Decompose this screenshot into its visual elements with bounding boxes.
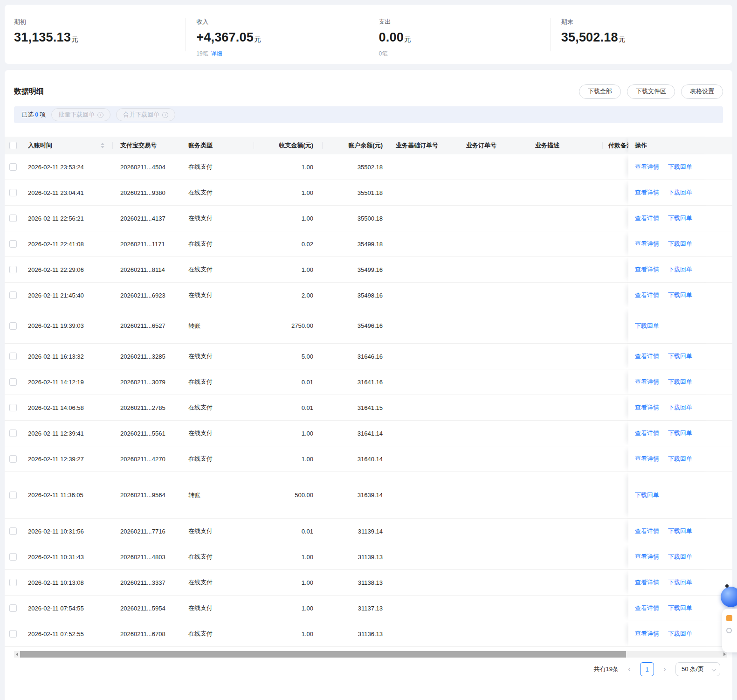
- table-row: 2026-02-11 22:41:0820260211...1171在线支付0.…: [5, 231, 732, 257]
- cell-actions: 下载回单: [628, 472, 714, 518]
- table-row: 2026-02-11 11:36:0520260211...9564转账500.…: [5, 472, 732, 519]
- hot-service-icon[interactable]: [726, 615, 732, 621]
- row-checkbox[interactable]: [9, 404, 17, 411]
- view-detail-link[interactable]: 查看详情: [635, 240, 659, 248]
- currency-unit: 元: [404, 35, 411, 43]
- closing-balance-value-row: 35,502.18元: [561, 30, 732, 45]
- download-receipt-link[interactable]: 下载回单: [668, 378, 692, 386]
- scroll-left-arrow-icon[interactable]: [14, 651, 20, 658]
- cell-col-type: 在线支付: [181, 231, 254, 256]
- row-checkbox[interactable]: [9, 163, 17, 171]
- row-checkbox[interactable]: [9, 322, 17, 330]
- view-detail-link[interactable]: 查看详情: [635, 188, 659, 197]
- row-checkbox[interactable]: [9, 579, 17, 586]
- download-receipt-link[interactable]: 下载回单: [668, 265, 692, 274]
- download-receipt-link[interactable]: 下载回单: [668, 527, 692, 535]
- help-icon[interactable]: [726, 628, 732, 633]
- download-receipt-link[interactable]: 下载回单: [635, 322, 659, 330]
- download-receipt-link[interactable]: 下载回单: [668, 604, 692, 612]
- scrollbar-thumb[interactable]: [20, 651, 626, 658]
- header-col-desc: 业务描述: [529, 137, 603, 154]
- row-checkbox[interactable]: [9, 430, 17, 437]
- horizontal-scrollbar[interactable]: [14, 651, 727, 658]
- cell-col-type: 在线支付: [181, 570, 254, 595]
- download-receipt-link[interactable]: 下载回单: [668, 403, 692, 412]
- view-detail-link[interactable]: 查看详情: [635, 352, 659, 360]
- view-detail-link[interactable]: 查看详情: [635, 527, 659, 535]
- row-checkbox[interactable]: [9, 492, 17, 499]
- download-all-button[interactable]: 下载全部: [579, 84, 621, 99]
- download-receipt-link[interactable]: 下载回单: [668, 455, 692, 463]
- download-receipt-link[interactable]: 下载回单: [668, 553, 692, 561]
- row-checkbox[interactable]: [9, 604, 17, 612]
- download-receipt-link[interactable]: 下载回单: [668, 630, 692, 638]
- selection-toolbar: 已选0项 批量下载回单i 合并下载回单i: [14, 106, 723, 123]
- income-label: 收入: [196, 18, 367, 26]
- row-checkbox[interactable]: [9, 189, 17, 196]
- view-detail-link[interactable]: 查看详情: [635, 578, 659, 587]
- floating-tool-panel[interactable]: [722, 609, 737, 652]
- cell-col-remark: [603, 154, 628, 180]
- page-size-select[interactable]: 50 条/页: [675, 662, 720, 676]
- cell-col-order-no: [462, 395, 529, 420]
- download-receipt-link[interactable]: 下载回单: [668, 163, 692, 171]
- batch-download-button[interactable]: 批量下载回单i: [51, 108, 110, 121]
- cell-col-order-no: [462, 472, 529, 518]
- merge-download-button[interactable]: 合并下载回单i: [116, 108, 175, 121]
- view-detail-link[interactable]: 查看详情: [635, 604, 659, 612]
- closing-balance-value: 35,502.18: [561, 30, 618, 44]
- view-detail-link[interactable]: 查看详情: [635, 378, 659, 386]
- select-all-checkbox[interactable]: [9, 142, 17, 149]
- download-receipt-link[interactable]: 下载回单: [668, 240, 692, 248]
- cell-col-remark: [603, 369, 628, 395]
- row-checkbox[interactable]: [9, 378, 17, 386]
- download-receipt-link[interactable]: 下载回单: [668, 429, 692, 437]
- download-receipt-link[interactable]: 下载回单: [668, 188, 692, 197]
- cell-col-desc: [529, 421, 603, 446]
- row-checkbox[interactable]: [9, 291, 17, 299]
- header-label-col-base-order-no: 业务基础订单号: [396, 141, 438, 150]
- row-checkbox[interactable]: [9, 353, 17, 360]
- view-detail-link[interactable]: 查看详情: [635, 265, 659, 274]
- header-label-col-amount: 收支金额(元): [279, 141, 313, 150]
- current-page-button[interactable]: 1: [640, 662, 654, 676]
- view-detail-link[interactable]: 查看详情: [635, 455, 659, 463]
- row-checkbox[interactable]: [9, 455, 17, 463]
- view-detail-link[interactable]: 查看详情: [635, 214, 659, 222]
- sort-icon[interactable]: [101, 143, 104, 148]
- cell-col-remark: [603, 206, 628, 231]
- cell-col-remark: [603, 446, 628, 471]
- row-checkbox[interactable]: [9, 266, 17, 273]
- row-checkbox[interactable]: [9, 240, 17, 248]
- view-detail-link[interactable]: 查看详情: [635, 403, 659, 412]
- view-detail-link[interactable]: 查看详情: [635, 291, 659, 299]
- table-row: 2026-02-11 14:06:5820260211...2785在线支付0.…: [5, 395, 732, 421]
- download-receipt-link[interactable]: 下载回单: [635, 491, 659, 499]
- cell-col-order-no: [462, 519, 529, 544]
- row-checkbox[interactable]: [9, 215, 17, 222]
- row-checkbox[interactable]: [9, 527, 17, 535]
- download-receipt-link[interactable]: 下载回单: [668, 214, 692, 222]
- prev-page-button[interactable]: ‹: [626, 665, 633, 673]
- cell-col-remark: [603, 283, 628, 308]
- row-checkbox[interactable]: [9, 630, 17, 638]
- table-settings-button[interactable]: 表格设置: [681, 84, 723, 99]
- cell-col-desc: [529, 519, 603, 544]
- download-filezone-button[interactable]: 下载文件区: [627, 84, 675, 99]
- download-receipt-link[interactable]: 下载回单: [668, 352, 692, 360]
- income-detail-link[interactable]: 详细: [211, 50, 222, 57]
- view-detail-link[interactable]: 查看详情: [635, 553, 659, 561]
- row-checkbox[interactable]: [9, 553, 17, 561]
- table-row: 2026-02-11 22:29:0620260211...8114在线支付1.…: [5, 257, 732, 283]
- cell-col-type: 在线支付: [181, 154, 254, 180]
- view-detail-link[interactable]: 查看详情: [635, 163, 659, 171]
- view-detail-link[interactable]: 查看详情: [635, 429, 659, 437]
- download-receipt-link[interactable]: 下载回单: [668, 578, 692, 587]
- download-receipt-link[interactable]: 下载回单: [668, 291, 692, 299]
- cell-actions: 查看详情下载回单: [628, 570, 714, 595]
- next-page-button[interactable]: ›: [661, 665, 668, 673]
- view-detail-link[interactable]: 查看详情: [635, 630, 659, 638]
- cell-actions: 查看详情下载回单: [628, 154, 714, 180]
- income-value: +4,367.05: [196, 30, 254, 44]
- cell-col-type: 转账: [181, 308, 254, 343]
